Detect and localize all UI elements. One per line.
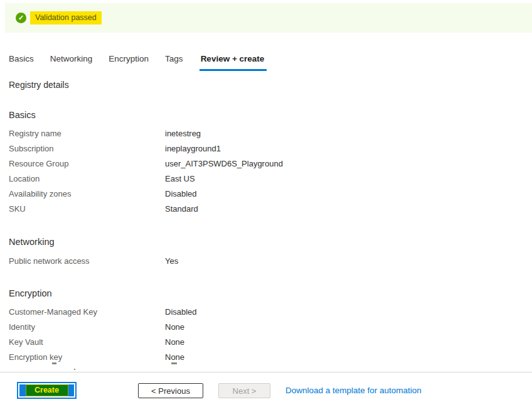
table-row: Encryption key None (9, 350, 197, 365)
row-label: Registry name (9, 126, 165, 141)
clipped-text-fragment (171, 362, 177, 364)
check-circle-icon: ✓ (16, 13, 26, 23)
row-value: East US (165, 171, 195, 187)
tab-review-create[interactable]: Review + create (200, 54, 267, 71)
table-row: Resource Group user_AIT3PSWD6S_Playgroun… (9, 156, 283, 171)
section-title-basics: Basics (9, 110, 36, 120)
row-value: Disabled (165, 187, 197, 202)
encryption-rows: Customer-Managed Key Disabled Identity N… (9, 305, 197, 365)
row-value: Yes (165, 254, 178, 269)
row-value: ineplayground1 (165, 141, 221, 156)
row-label: SKU (9, 202, 165, 217)
create-button-highlight[interactable]: Create (17, 382, 77, 399)
row-label: Location (9, 171, 165, 187)
clipped-text-fragment (74, 369, 75, 370)
validation-banner: ✓ Validation passed (5, 3, 532, 33)
row-value: Disabled (165, 305, 197, 320)
table-row: Key Vault None (9, 335, 197, 350)
table-row: Registry name inetestreg (9, 126, 283, 141)
validation-message: Validation passed (30, 11, 102, 25)
row-label: Public network access (9, 254, 165, 269)
table-row: Public network access Yes (9, 254, 178, 269)
create-button[interactable]: Create (26, 384, 68, 396)
table-row: Customer-Managed Key Disabled (9, 305, 197, 320)
row-value: Standard (165, 202, 198, 217)
row-label: Subscription (9, 141, 165, 156)
row-value: None (165, 335, 184, 350)
table-row: Identity None (9, 320, 197, 335)
row-label: Encryption key (9, 350, 165, 365)
section-title-encryption: Encryption (9, 288, 52, 298)
next-button: Next > (218, 383, 270, 398)
table-row: Subscription ineplayground1 (9, 141, 283, 156)
tab-tags[interactable]: Tags (165, 54, 183, 71)
row-value: user_AIT3PSWD6S_Playground (165, 156, 283, 171)
tab-encryption[interactable]: Encryption (109, 54, 149, 71)
download-template-link[interactable]: Download a template for automation (285, 386, 422, 395)
tab-networking[interactable]: Networking (50, 54, 93, 71)
basics-rows: Registry name inetestreg Subscription in… (9, 126, 283, 217)
row-label: Identity (9, 320, 165, 335)
row-label: Customer-Managed Key (9, 305, 165, 320)
row-value: None (165, 320, 184, 335)
clipped-text-fragment (52, 362, 56, 364)
table-row: Location East US (9, 171, 283, 187)
networking-rows: Public network access Yes (9, 254, 178, 269)
wizard-tabs: Basics Networking Encryption Tags Review… (9, 54, 283, 71)
row-label: Resource Group (9, 156, 165, 171)
row-value: inetestreg (165, 126, 201, 141)
page-subtitle: Registry details (9, 80, 69, 90)
row-label: Availability zones (9, 187, 165, 202)
table-row: Availability zones Disabled (9, 187, 283, 202)
table-row: SKU Standard (9, 202, 283, 217)
previous-button[interactable]: < Previous (138, 383, 203, 398)
tab-basics[interactable]: Basics (9, 54, 34, 71)
row-label: Key Vault (9, 335, 165, 350)
section-title-networking: Networking (9, 237, 55, 247)
